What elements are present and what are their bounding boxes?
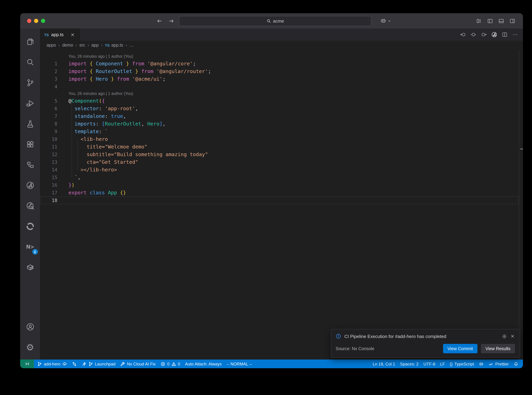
remote-indicator[interactable] bbox=[20, 360, 34, 368]
split-editor-button[interactable] bbox=[502, 32, 508, 38]
notification-settings-gear-icon[interactable] bbox=[502, 334, 507, 339]
status-cursor-position[interactable]: Ln 18, Col 1 bbox=[370, 360, 398, 368]
status-text: -- NORMAL -- bbox=[226, 362, 252, 366]
editor-actions bbox=[460, 28, 518, 41]
breadcrumb-file[interactable]: TSapp.ts bbox=[105, 43, 123, 48]
line-number: 11 bbox=[40, 143, 57, 151]
line-number: 15 bbox=[40, 174, 57, 181]
workbench: N>2⚙ TS app.ts apps›demo›src›app›TSapp.t… bbox=[20, 28, 523, 360]
code-editor[interactable]: You, 26 minutes ago | 1 author (You)1imp… bbox=[40, 50, 523, 360]
code-text: template: ` bbox=[69, 128, 108, 135]
open-previous-revision-button[interactable] bbox=[460, 32, 466, 38]
current-revision-button[interactable] bbox=[471, 32, 476, 38]
breadcrumb-item-demo[interactable]: demo bbox=[62, 43, 73, 48]
close-window-button[interactable] bbox=[27, 19, 31, 23]
code-text: ></lib-hero> bbox=[69, 166, 117, 174]
commit-graph-button[interactable] bbox=[491, 32, 497, 38]
status-copilot[interactable] bbox=[477, 360, 486, 368]
sidebar-item-testing[interactable] bbox=[22, 115, 38, 132]
code-line-13: 13 cta="Get Started" bbox=[40, 158, 519, 166]
zoom-window-button[interactable] bbox=[41, 19, 45, 23]
sidebar-item-run-debug[interactable] bbox=[22, 95, 38, 112]
breadcrumb-item-app[interactable]: app bbox=[91, 43, 99, 48]
breadcrumb-symbol[interactable]: … bbox=[129, 43, 134, 48]
breadcrumb-file-name: app.ts bbox=[111, 43, 123, 48]
status-text: Auto Attach: Always bbox=[185, 362, 222, 366]
status-launchpad[interactable]: Launchpad bbox=[79, 360, 118, 368]
toggle-primary-sidebar-button[interactable] bbox=[487, 18, 493, 24]
status-branch[interactable]: add-hero bbox=[35, 360, 70, 368]
more-actions-button[interactable] bbox=[512, 32, 518, 38]
chevron-right-icon: › bbox=[101, 43, 102, 48]
breadcrumb: apps›demo›src›app›TSapp.ts›… bbox=[40, 41, 523, 50]
history-forward-button[interactable] bbox=[168, 18, 174, 24]
status-nx-cloud-fix[interactable]: Nx Cloud AI Fix bbox=[118, 360, 158, 368]
editor-group: TS app.ts apps›demo›src›app›TSapp.ts›… Y… bbox=[40, 28, 523, 360]
code-line-8: 8 imports: [RouterOutlet, Hero], bbox=[40, 120, 519, 128]
git-blame-codelens[interactable]: You, 26 minutes ago | 1 author (You) bbox=[40, 90, 523, 97]
history-back-button[interactable] bbox=[156, 18, 162, 24]
code-line-5: 5@Component({ bbox=[40, 97, 519, 105]
line-number: 17 bbox=[40, 189, 57, 197]
sidebar-item-extensions[interactable] bbox=[22, 136, 38, 153]
status-indentation[interactable]: Spaces: 2 bbox=[398, 360, 421, 368]
open-next-revision-button[interactable] bbox=[481, 32, 487, 38]
customize-layout-button[interactable] bbox=[476, 18, 482, 24]
breadcrumb-item-apps[interactable]: apps bbox=[47, 43, 56, 48]
status-encoding[interactable]: UTF-8 bbox=[421, 360, 438, 368]
copilot-menu-button[interactable] bbox=[380, 13, 391, 28]
sidebar-item-search-compare[interactable] bbox=[22, 198, 38, 214]
toggle-secondary-sidebar-button[interactable] bbox=[509, 18, 515, 24]
code-line-6: 6 selector: 'app-root', bbox=[40, 105, 519, 112]
status-text: UTF-8 bbox=[423, 362, 435, 366]
breadcrumb-item-src[interactable]: src bbox=[79, 43, 85, 48]
code-line-16: 16}) bbox=[40, 181, 519, 189]
code-text: <lib-hero bbox=[69, 135, 108, 143]
sidebar-item-project-graph[interactable] bbox=[22, 156, 38, 173]
sidebar-item-explorer[interactable] bbox=[22, 33, 38, 50]
view-commit-button[interactable]: View Commit bbox=[443, 344, 478, 353]
command-center-search[interactable]: acme bbox=[179, 16, 371, 26]
status-text: add-hero bbox=[44, 362, 60, 366]
status-problems[interactable]: 00 bbox=[158, 360, 183, 368]
sidebar-item-containers[interactable] bbox=[22, 259, 38, 276]
sidebar-item-nx-console[interactable]: N>2 bbox=[22, 239, 38, 255]
status-text: Prettier bbox=[495, 362, 509, 366]
status-items: add-heroLaunchpadNx Cloud AI Fix00Auto A… bbox=[34, 360, 523, 368]
minimize-window-button[interactable] bbox=[34, 19, 38, 23]
status-eol[interactable]: LF bbox=[438, 360, 447, 368]
code-text: `, bbox=[69, 174, 81, 181]
code-line-12: 12 subtitle="Build something amazing tod… bbox=[40, 151, 519, 158]
history-nav bbox=[156, 13, 174, 28]
status-language[interactable]: {}TypeScript bbox=[447, 360, 476, 368]
bell-icon bbox=[514, 362, 518, 366]
status-text: Launchpad bbox=[95, 362, 116, 366]
git-blame-codelens[interactable]: You, 26 minutes ago | 1 author (You) bbox=[40, 53, 523, 60]
sidebar-item-commit-graph[interactable] bbox=[22, 177, 38, 194]
settings-gear-button[interactable]: ⚙ bbox=[22, 339, 38, 356]
status-auto-attach[interactable]: Auto Attach: Always bbox=[183, 360, 224, 368]
status-bar: add-heroLaunchpadNx Cloud AI Fix00Auto A… bbox=[20, 360, 523, 368]
magnifier-icon bbox=[266, 19, 271, 23]
status-notifications-bell[interactable] bbox=[511, 360, 521, 368]
sidebar-item-edge-devtools[interactable] bbox=[22, 218, 38, 235]
code-text: title="Welcmoe demo" bbox=[69, 143, 147, 151]
line-number: 4 bbox=[40, 83, 57, 90]
view-results-button[interactable]: View Results bbox=[481, 344, 515, 353]
code-line-4: 4 bbox=[40, 83, 519, 90]
code-line-10: 10 <lib-hero bbox=[40, 135, 519, 143]
close-tab-button[interactable] bbox=[70, 32, 75, 37]
line-number: 8 bbox=[40, 120, 57, 128]
status-text: LF bbox=[440, 362, 445, 366]
sidebar-item-source-control[interactable] bbox=[22, 74, 38, 91]
status-formatter[interactable]: Prettier bbox=[486, 360, 511, 368]
tab-app-ts[interactable]: TS app.ts bbox=[40, 28, 80, 41]
toggle-panel-button[interactable] bbox=[498, 18, 504, 24]
sidebar-item-search[interactable] bbox=[22, 54, 38, 71]
notification-close-icon[interactable] bbox=[510, 334, 515, 339]
accounts-button[interactable] bbox=[22, 318, 38, 335]
status-compare[interactable] bbox=[70, 360, 79, 368]
status-vim-mode[interactable]: -- NORMAL -- bbox=[224, 360, 254, 368]
code-line-15: 15 `, bbox=[40, 174, 519, 181]
vscode-window: acme N>2⚙ TS app.ts apps›demo›sr bbox=[20, 13, 523, 368]
